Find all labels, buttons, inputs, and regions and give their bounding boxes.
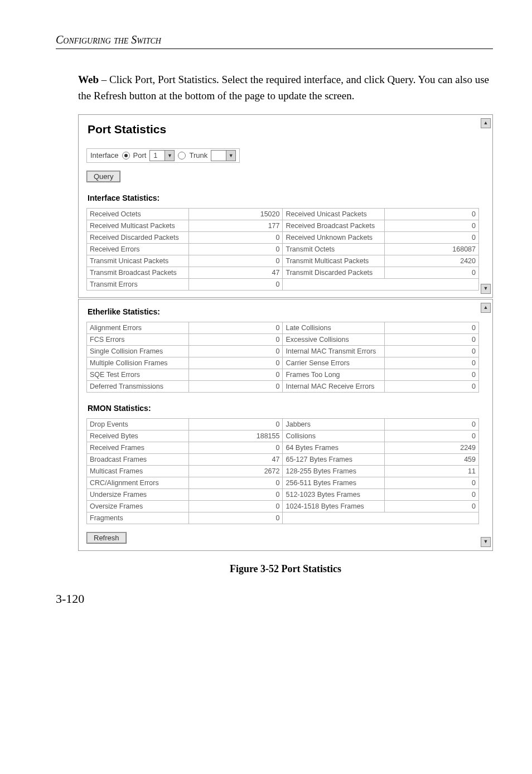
table-row: Fragments0	[87, 512, 479, 524]
scrollbar[interactable]: ▲ ▼	[481, 118, 490, 294]
panel-title: Port Statistics	[88, 123, 479, 136]
stat-value: 0	[188, 380, 283, 392]
table-row: Received Bytes188155Collisions0	[87, 430, 479, 442]
stat-label: CRC/Alignment Errors	[87, 477, 189, 488]
stat-label: 64 Bytes Frames	[283, 442, 385, 453]
rmon-stats-table: Drop Events0Jabbers0Received Bytes188155…	[86, 418, 479, 524]
stat-label: Received Frames	[87, 442, 189, 453]
stat-value: 15020	[188, 208, 283, 220]
stat-value: 0	[188, 231, 283, 243]
stat-value: 0	[385, 488, 479, 500]
interface-selector-row: Interface Port 1 ▼ Trunk ▼	[86, 148, 240, 163]
table-row: Received Frames064 Bytes Frames2249	[87, 442, 479, 453]
stat-label: Carrier Sense Errors	[283, 357, 385, 369]
port-select[interactable]: 1 ▼	[149, 150, 175, 161]
table-row: Undersize Frames0512-1023 Bytes Frames0	[87, 488, 479, 500]
etherlike-stats-heading: Etherlike Statistics:	[88, 307, 479, 316]
stat-value: 0	[188, 442, 283, 453]
table-row: FCS Errors0Excessive Collisions0	[87, 333, 479, 345]
stat-value: 0	[188, 243, 283, 255]
scroll-down-icon[interactable]: ▼	[481, 537, 491, 547]
stat-value: 0	[385, 418, 479, 430]
stat-value: 0	[188, 477, 283, 488]
scroll-down-icon[interactable]: ▼	[481, 284, 491, 294]
stat-empty	[283, 278, 479, 290]
stat-label: Fragments	[87, 512, 189, 524]
stat-value: 0	[188, 512, 283, 524]
stat-label: Single Collision Frames	[87, 345, 189, 357]
table-row: Single Collision Frames0Internal MAC Tra…	[87, 345, 479, 357]
stat-label: Received Unknown Packets	[283, 231, 385, 243]
stat-label: Received Octets	[87, 208, 189, 220]
stat-value: 0	[188, 322, 283, 333]
refresh-button[interactable]: Refresh	[86, 532, 127, 544]
chapter-title: Configuring the Switch	[56, 33, 493, 49]
table-row: Transmit Errors0	[87, 278, 479, 290]
stat-label: Received Bytes	[87, 430, 189, 442]
stat-label: Excessive Collisions	[283, 333, 385, 345]
scroll-up-icon[interactable]: ▲	[481, 303, 491, 313]
instruction-text: – Click Port, Port Statistics. Select th…	[78, 74, 489, 101]
stat-value: 0	[188, 369, 283, 380]
query-button[interactable]: Query	[86, 171, 120, 182]
rmon-stats-heading: RMON Statistics:	[88, 404, 479, 413]
stat-label: Deferred Transmissions	[87, 380, 189, 392]
stat-value: 0	[385, 208, 479, 220]
instruction-lead: Web	[78, 74, 99, 85]
table-row: SQE Test Errors0Frames Too Long0	[87, 369, 479, 380]
stat-label: Transmit Errors	[87, 278, 189, 290]
stat-label: Oversize Frames	[87, 500, 189, 512]
stat-value: 0	[188, 333, 283, 345]
stat-label: Late Collisions	[283, 322, 385, 333]
table-row: Broadcast Frames4765-127 Bytes Frames459	[87, 453, 479, 465]
stat-value: 47	[188, 453, 283, 465]
stat-label: 1024-1518 Bytes Frames	[283, 500, 385, 512]
port-label: Port	[133, 151, 147, 159]
scroll-up-icon[interactable]: ▲	[481, 118, 491, 128]
stat-value: 0	[385, 357, 479, 369]
stat-label: Internal MAC Transmit Errors	[283, 345, 385, 357]
stat-value: 0	[385, 430, 479, 442]
stat-empty	[283, 512, 479, 524]
stat-label: Transmit Unicast Packets	[87, 255, 189, 267]
stat-label: Jabbers	[283, 418, 385, 430]
stat-label: Frames Too Long	[283, 369, 385, 380]
stat-label: 256-511 Bytes Frames	[283, 477, 385, 488]
stat-value: 0	[385, 231, 479, 243]
table-row: Transmit Unicast Packets0Transmit Multic…	[87, 255, 479, 267]
stat-value: 168087	[385, 243, 479, 255]
port-radio[interactable]	[122, 152, 130, 159]
stat-label: Transmit Broadcast Packets	[87, 267, 189, 278]
interface-stats-table: Received Octets15020Received Unicast Pac…	[86, 208, 479, 291]
scrollbar[interactable]: ▲ ▼	[481, 303, 490, 547]
stat-label: SQE Test Errors	[87, 369, 189, 380]
table-row: CRC/Alignment Errors0256-511 Bytes Frame…	[87, 477, 479, 488]
stat-label: Received Broadcast Packets	[283, 220, 385, 231]
table-row: Oversize Frames01024-1518 Bytes Frames0	[87, 500, 479, 512]
stat-label: Multiple Collision Frames	[87, 357, 189, 369]
stat-value: 0	[385, 500, 479, 512]
stat-value: 0	[188, 418, 283, 430]
trunk-select[interactable]: ▼	[211, 150, 236, 161]
table-row: Multiple Collision Frames0Carrier Sense …	[87, 357, 479, 369]
stat-label: Received Unicast Packets	[283, 208, 385, 220]
stat-value: 2249	[385, 442, 479, 453]
chevron-down-icon: ▼	[226, 151, 235, 161]
stat-value: 0	[385, 345, 479, 357]
trunk-radio[interactable]	[178, 152, 186, 159]
stat-label: Received Multicast Packets	[87, 220, 189, 231]
stat-label: Transmit Multicast Packets	[283, 255, 385, 267]
stat-value: 459	[385, 453, 479, 465]
chevron-down-icon: ▼	[165, 151, 174, 161]
stat-value: 0	[385, 477, 479, 488]
stat-label: FCS Errors	[87, 333, 189, 345]
stat-label: Multicast Frames	[87, 465, 189, 477]
trunk-label: Trunk	[189, 151, 207, 159]
stat-label: Transmit Octets	[283, 243, 385, 255]
screenshot-panel-bottom: ▲ ▼ Etherlike Statistics: Alignment Erro…	[78, 299, 493, 551]
interface-label: Interface	[90, 151, 119, 159]
stat-value: 0	[385, 369, 479, 380]
table-row: Deferred Transmissions0Internal MAC Rece…	[87, 380, 479, 392]
stat-label: Transmit Discarded Packets	[283, 267, 385, 278]
table-row: Drop Events0Jabbers0	[87, 418, 479, 430]
